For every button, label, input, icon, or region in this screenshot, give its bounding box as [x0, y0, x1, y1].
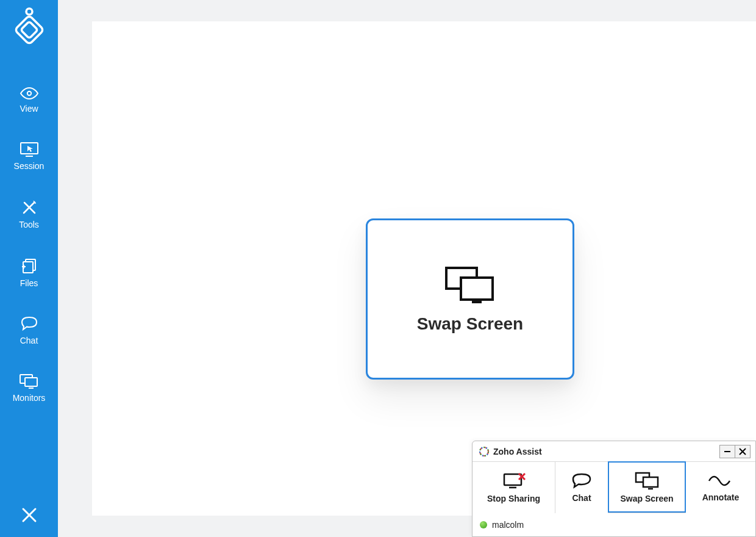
chat-bubble-icon [570, 472, 593, 489]
minimize-button[interactable] [719, 445, 735, 458]
sidebar-item-label: Monitors [13, 393, 46, 403]
svg-rect-16 [461, 278, 493, 300]
assist-panel-title: Zoho Assist [493, 447, 719, 456]
status-indicator-icon [480, 521, 487, 528]
sidebar-item-label: Tools [19, 220, 39, 229]
monitors-icon [19, 373, 40, 389]
sidebar: View Session Tools [0, 0, 58, 537]
minimize-icon [724, 448, 731, 455]
monitor-cursor-icon [20, 142, 39, 157]
svg-point-3 [27, 92, 30, 95]
stop-sharing-button[interactable]: Stop Sharing [472, 462, 555, 513]
annotate-wave-icon [707, 473, 735, 489]
sidebar-item-label: Session [14, 161, 45, 171]
files-icon [20, 258, 38, 275]
svg-rect-24 [504, 474, 521, 485]
button-label: Chat [572, 493, 591, 503]
swap-screen-icon [443, 264, 497, 306]
svg-rect-1 [14, 15, 43, 45]
assist-toolbar: Stop Sharing Chat Swap Screen Annotate [472, 462, 755, 513]
close-icon [21, 506, 38, 524]
eye-icon [19, 87, 40, 100]
swap-screen-callout-label: Swap Screen [417, 314, 523, 334]
app-logo [11, 7, 48, 44]
close-panel-button[interactable] [735, 445, 751, 458]
sidebar-item-label: Files [20, 278, 38, 288]
svg-rect-29 [643, 477, 658, 487]
zoho-logo-icon [479, 446, 490, 457]
swap-screen-callout: Swap Screen [366, 218, 574, 380]
button-label: Swap Screen [620, 494, 673, 503]
stop-sharing-icon [502, 472, 526, 490]
button-label: Annotate [702, 492, 740, 502]
svg-rect-11 [25, 378, 37, 386]
chat-bubble-icon [20, 316, 39, 332]
swap-screen-icon [633, 470, 660, 490]
status-username: malcolm [492, 520, 524, 530]
app-logo-icon [12, 7, 47, 45]
window-controls [719, 445, 751, 458]
svg-point-0 [26, 9, 32, 15]
tools-icon [21, 199, 38, 216]
sidebar-item-view[interactable]: View [19, 87, 40, 114]
sidebar-item-tools[interactable]: Tools [19, 199, 39, 229]
button-label: Stop Sharing [487, 494, 540, 503]
sidebar-item-files[interactable]: Files [20, 258, 38, 288]
sidebar-item-monitors[interactable]: Monitors [13, 373, 46, 403]
close-icon [739, 448, 746, 455]
chat-button[interactable]: Chat [555, 462, 608, 513]
assist-status-bar: malcolm [472, 513, 755, 536]
annotate-button[interactable]: Annotate [686, 462, 755, 513]
sidebar-nav: View Session Tools [0, 87, 58, 403]
sidebar-item-label: View [20, 104, 38, 114]
svg-rect-2 [20, 21, 37, 38]
sidebar-item-chat[interactable]: Chat [20, 316, 39, 345]
close-button[interactable] [0, 506, 58, 524]
assist-panel-header: Zoho Assist [472, 441, 755, 462]
sidebar-item-label: Chat [20, 336, 38, 345]
sidebar-item-session[interactable]: Session [14, 142, 45, 171]
swap-screen-button[interactable]: Swap Screen [608, 461, 686, 513]
assist-panel: Zoho Assist Stop Sharing [472, 441, 756, 537]
